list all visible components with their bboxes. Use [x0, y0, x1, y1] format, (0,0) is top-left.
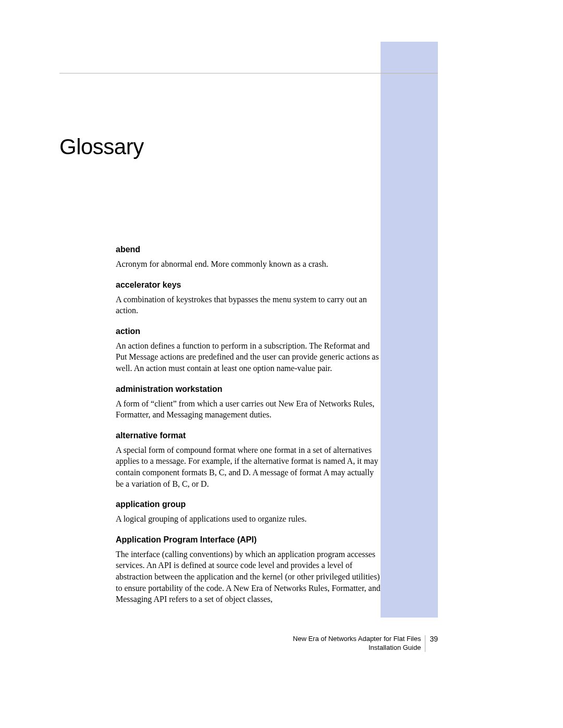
footer-doc-subtitle: Installation Guide: [293, 644, 421, 652]
glossary-definition: A combination of keystrokes that bypasse…: [116, 294, 382, 316]
glossary-content: abend Acronym for abnormal end. More com…: [116, 245, 382, 605]
glossary-definition: A logical grouping of applications used …: [116, 513, 382, 525]
glossary-term: accelerator keys: [116, 280, 382, 290]
glossary-definition: Acronym for abnormal end. More commonly …: [116, 258, 382, 270]
glossary-term: abend: [116, 245, 382, 254]
decorative-sidebar: [381, 42, 438, 618]
glossary-term: application group: [116, 500, 382, 509]
glossary-term: action: [116, 327, 382, 336]
page-footer: New Era of Networks Adapter for Flat Fil…: [0, 635, 438, 652]
header-rule: [59, 73, 438, 73]
glossary-definition: A special form of compound format where …: [116, 445, 382, 489]
glossary-term: administration workstation: [116, 385, 382, 394]
glossary-definition: An action defines a function to perform …: [116, 340, 382, 374]
page-title: Glossary: [59, 134, 144, 159]
glossary-term: Application Program Interface (API): [116, 535, 382, 545]
footer-doc-title: New Era of Networks Adapter for Flat Fil…: [293, 635, 421, 644]
glossary-definition: A form of “client” from which a user car…: [116, 398, 382, 421]
glossary-definition: The interface (calling conventions) by w…: [116, 549, 382, 605]
glossary-term: alternative format: [116, 431, 382, 440]
page-number: 39: [425, 635, 438, 643]
